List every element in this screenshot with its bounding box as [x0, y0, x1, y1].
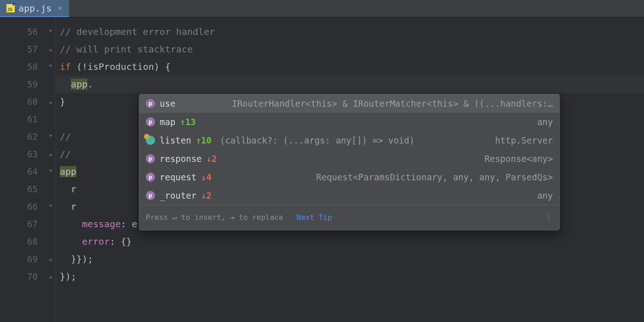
line-number: 63 — [0, 145, 45, 163]
line-number: 66 — [0, 198, 45, 215]
line-number: 70 — [0, 268, 45, 285]
fold-marker[interactable] — [45, 23, 56, 40]
rank-indicator: ↓2 — [207, 150, 217, 167]
editor: 565758596061626364656667686970 // develo… — [0, 17, 644, 322]
completion-name: use — [160, 95, 175, 112]
rank-indicator: ↓4 — [201, 168, 212, 186]
line-number: 67 — [0, 215, 45, 233]
completion-item-response[interactable]: presponse↓2Response<any> — [139, 150, 559, 168]
line-number: 60 — [0, 93, 45, 110]
fold-marker[interactable] — [45, 268, 56, 285]
function-icon — [146, 136, 155, 145]
fold-marker — [45, 233, 56, 250]
fold-marker — [45, 110, 56, 128]
line-number: 59 — [0, 75, 45, 93]
fold-marker[interactable] — [45, 145, 56, 163]
completion-type: http.Server — [495, 132, 553, 149]
completion-name: listen — [160, 132, 191, 149]
fold-marker — [45, 180, 56, 198]
line-number: 65 — [0, 180, 45, 198]
completion-type: Response<any> — [484, 150, 553, 167]
completion-item-map[interactable]: pmap↑13any — [139, 113, 559, 131]
completion-footer: Press ↵ to insert, ⇥ to replace Next Tip… — [139, 205, 559, 230]
fold-marker[interactable] — [45, 198, 56, 215]
tab-bar: JS app.js × — [0, 0, 644, 17]
completion-name: response — [160, 150, 202, 167]
completion-name: map — [160, 113, 175, 131]
fold-gutter — [45, 17, 56, 322]
completion-type: any — [537, 187, 553, 204]
line-number: 56 — [0, 23, 45, 40]
line-number: 57 — [0, 40, 45, 58]
enter-key-icon: ↵ — [172, 209, 177, 226]
line-number: 61 — [0, 110, 45, 128]
fold-marker — [45, 215, 56, 233]
fold-marker[interactable] — [45, 163, 56, 180]
completion-menu-icon[interactable]: ⋮ — [545, 209, 553, 226]
fold-marker[interactable] — [45, 128, 56, 145]
completion-name: request — [160, 168, 196, 186]
line-number: 68 — [0, 233, 45, 250]
code-area[interactable]: // development error handler// will prin… — [56, 17, 644, 322]
completion-type: IRouterHandler<this> & IRouterMatcher<th… — [232, 95, 553, 112]
line-number: 62 — [0, 128, 45, 145]
rank-indicator: ↑13 — [180, 113, 196, 131]
fold-marker[interactable] — [45, 40, 56, 58]
completion-hint: Press ↵ to insert, ⇥ to replace Next Tip — [146, 209, 332, 226]
code-line[interactable]: // development error handler — [56, 23, 644, 40]
code-line[interactable]: }); — [56, 268, 644, 285]
property-icon: p — [146, 191, 155, 200]
property-icon: p — [146, 154, 155, 163]
property-icon: p — [146, 99, 155, 108]
tab-key-icon: ⇥ — [230, 209, 235, 226]
close-tab-icon[interactable]: × — [58, 4, 63, 12]
code-line[interactable]: app. — [56, 75, 644, 93]
line-number: 69 — [0, 250, 45, 268]
property-icon: p — [146, 117, 155, 126]
code-line[interactable]: // will print stacktrace — [56, 40, 644, 58]
line-number: 64 — [0, 163, 45, 180]
fold-marker — [45, 75, 56, 93]
completion-type: Request<ParamsDictionary, any, any, Pars… — [316, 168, 553, 186]
tab-filename: app.js — [18, 3, 52, 14]
completion-item-request[interactable]: prequest↓4Request<ParamsDictionary, any,… — [139, 168, 559, 186]
fold-marker[interactable] — [45, 93, 56, 110]
completion-signature: (callback?: (...args: any[]) => void) — [220, 132, 414, 149]
property-icon: p — [146, 172, 155, 182]
code-line[interactable]: if (!isProduction) { — [56, 58, 644, 75]
code-line[interactable]: }}); — [56, 250, 644, 268]
code-line[interactable]: error: {} — [56, 233, 644, 250]
next-tip-link[interactable]: Next Tip — [297, 213, 332, 222]
rank-indicator: ↓2 — [201, 187, 212, 204]
js-file-icon: JS — [6, 4, 15, 12]
fold-marker[interactable] — [45, 250, 56, 268]
completion-item-_router[interactable]: p_router↓2any — [139, 186, 559, 205]
line-number-gutter: 565758596061626364656667686970 — [0, 17, 45, 322]
completion-name: _router — [160, 187, 196, 204]
fold-marker[interactable] — [45, 58, 56, 75]
rank-indicator: ↑10 — [196, 132, 212, 149]
line-number: 58 — [0, 58, 45, 75]
tab-app-js[interactable]: JS app.js × — [0, 0, 69, 17]
completion-popup: puseIRouterHandler<this> & IRouterMatche… — [139, 94, 560, 230]
completion-item-use[interactable]: puseIRouterHandler<this> & IRouterMatche… — [139, 94, 559, 113]
completion-item-listen[interactable]: listen↑10(callback?: (...args: any[]) =>… — [139, 131, 559, 150]
completion-type: any — [537, 113, 553, 131]
